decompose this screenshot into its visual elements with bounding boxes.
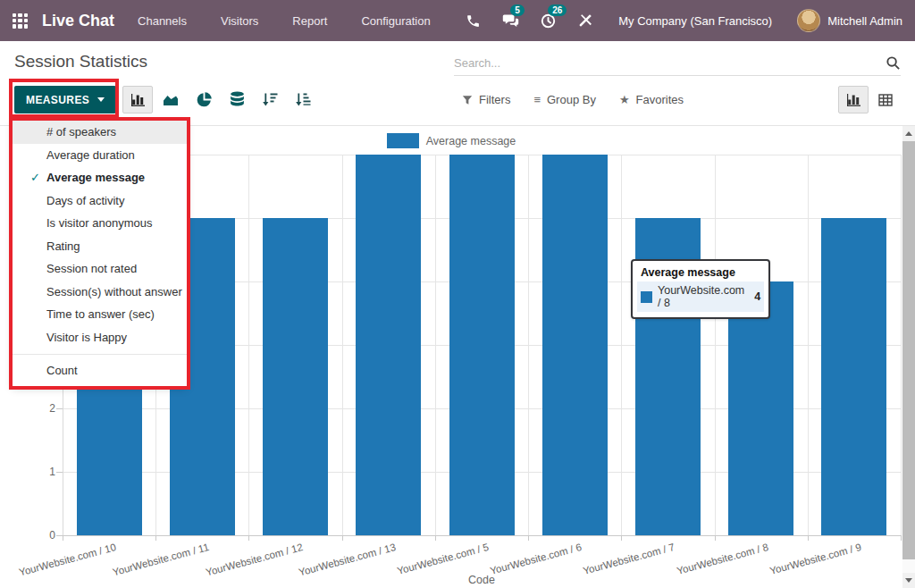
bar-YourWebsite.com / 13[interactable] xyxy=(356,155,421,535)
activities-icon[interactable]: 26 xyxy=(538,11,558,30)
y-axis-label: 2 xyxy=(32,402,55,415)
vertical-scrollbar[interactable] xyxy=(902,126,915,588)
page-title: Session Statistics xyxy=(14,52,147,71)
legend-label: Average message xyxy=(426,135,516,147)
y-axis-tick xyxy=(56,472,63,473)
measure-item[interactable]: Visitor is Happy xyxy=(13,326,187,349)
user-menu[interactable]: Mitchell Admin xyxy=(797,9,902,32)
scroll-down-arrow[interactable] xyxy=(902,573,915,588)
tools-icon[interactable] xyxy=(575,11,595,30)
measures-dropdown-menu: # of speakersAverage duration✓Average me… xyxy=(13,121,187,386)
bar-YourWebsite.com / 6[interactable] xyxy=(542,155,608,535)
gridline-vertical xyxy=(901,155,902,535)
scrollbar-thumb[interactable] xyxy=(902,141,915,559)
user-name: Mitchell Admin xyxy=(827,14,902,28)
gridline-vertical xyxy=(248,155,249,535)
search-icon[interactable] xyxy=(886,55,901,71)
user-avatar xyxy=(797,9,820,32)
tooltip-row: YourWebsite.com / 8 4 xyxy=(637,281,764,312)
y-axis-tick xyxy=(56,535,63,536)
navbar-menus: ChannelsVisitorsReportConfiguration xyxy=(138,14,431,28)
odoo-live-chat-screen: Live Chat ChannelsVisitorsReportConfigur… xyxy=(0,0,915,588)
scroll-up-arrow[interactable] xyxy=(902,126,915,141)
measure-item-count[interactable]: Count xyxy=(13,359,187,382)
group-by-icon: ≡ xyxy=(533,93,541,106)
x-axis-title: Code xyxy=(63,574,901,586)
gridline-vertical xyxy=(621,155,622,535)
measure-item[interactable]: ✓Average message xyxy=(13,166,187,189)
gridline-vertical xyxy=(715,155,716,535)
tooltip-title: Average message xyxy=(633,261,768,281)
bar-chart-view-button[interactable] xyxy=(122,86,153,113)
pivot-view-button[interactable] xyxy=(870,86,901,113)
bar-YourWebsite.com / 5[interactable] xyxy=(449,155,515,535)
y-axis-label: 1 xyxy=(32,466,55,478)
gridline-vertical xyxy=(528,155,529,535)
database-stack-icon[interactable] xyxy=(222,86,252,113)
filter-icon xyxy=(462,95,473,105)
gridline-vertical xyxy=(808,155,809,535)
group-by-button[interactable]: ≡ Group By xyxy=(533,93,596,106)
filters-button[interactable]: Filters xyxy=(462,93,510,106)
top-navbar: Live Chat ChannelsVisitorsReportConfigur… xyxy=(0,0,915,41)
x-axis-tick xyxy=(901,535,902,541)
y-axis-label: 0 xyxy=(32,529,55,542)
measure-item[interactable]: Session not rated xyxy=(13,257,187,281)
apps-menu-icon[interactable] xyxy=(13,13,28,29)
chart-tooltip: Average message YourWebsite.com / 8 4 xyxy=(631,259,770,319)
favorites-button[interactable]: ★ Favorites xyxy=(619,93,684,106)
legend-swatch xyxy=(387,133,419,148)
bar-YourWebsite.com / 9[interactable] xyxy=(821,218,886,535)
star-icon: ★ xyxy=(619,93,630,106)
tooltip-value: 4 xyxy=(754,290,760,303)
sort-ascending-icon[interactable] xyxy=(288,86,318,113)
chart-type-toolbar xyxy=(122,86,318,113)
search-options-bar: Filters ≡ Group By ★ Favorites xyxy=(462,86,684,113)
gridline-vertical xyxy=(342,155,343,535)
check-icon: ✓ xyxy=(30,166,40,189)
sort-descending-icon[interactable] xyxy=(255,86,285,113)
nav-menu-channels[interactable]: Channels xyxy=(138,14,187,28)
search-input[interactable]: Search... xyxy=(454,51,901,76)
measure-item[interactable]: Rating xyxy=(13,235,187,258)
menu-divider xyxy=(13,354,187,355)
activities-badge: 26 xyxy=(548,4,567,16)
x-axis-line xyxy=(63,535,901,536)
tooltip-label: YourWebsite.com / 8 xyxy=(658,284,744,309)
nav-menu-visitors[interactable]: Visitors xyxy=(221,14,258,28)
gridline-vertical xyxy=(435,155,436,535)
line-chart-view-button[interactable] xyxy=(155,86,186,113)
graph-view-button[interactable] xyxy=(838,86,869,113)
company-switcher[interactable]: My Company (San Francisco) xyxy=(618,14,772,28)
measures-button[interactable]: MEASURES xyxy=(14,86,116,113)
view-switcher xyxy=(838,86,901,113)
measure-item[interactable]: Time to answer (sec) xyxy=(13,303,187,326)
measure-item[interactable]: Days of activity xyxy=(13,189,187,213)
bar-YourWebsite.com / 12[interactable] xyxy=(263,218,328,535)
pie-chart-view-button[interactable] xyxy=(189,86,219,113)
app-brand[interactable]: Live Chat xyxy=(42,12,114,30)
measure-item[interactable]: Is visitor anonymous xyxy=(13,212,187,235)
search-placeholder: Search... xyxy=(454,56,500,70)
tooltip-swatch xyxy=(641,291,652,303)
caret-down-icon xyxy=(97,97,105,102)
messages-badge: 5 xyxy=(510,4,525,16)
nav-menu-report[interactable]: Report xyxy=(292,14,327,28)
y-axis-tick xyxy=(56,408,63,409)
messages-icon[interactable]: 5 xyxy=(500,11,520,30)
measure-item[interactable]: Average duration xyxy=(13,144,187,167)
measure-item[interactable]: Session(s) without answer xyxy=(13,281,187,304)
nav-menu-configuration[interactable]: Configuration xyxy=(361,14,430,28)
measure-item[interactable]: # of speakers xyxy=(13,121,187,144)
phone-icon[interactable] xyxy=(463,11,483,30)
bar-YourWebsite.com / 8[interactable] xyxy=(728,281,793,535)
